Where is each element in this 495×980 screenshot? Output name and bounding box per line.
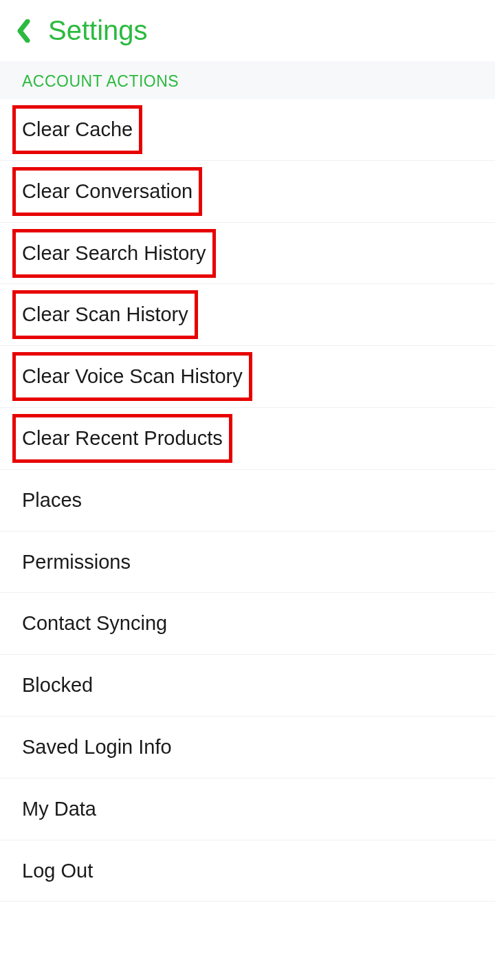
back-button[interactable]: [16, 19, 32, 43]
list-item-clear-scan-history[interactable]: Clear Scan History: [0, 284, 495, 346]
page-title: Settings: [48, 15, 148, 46]
list-item-label: Clear Recent Products: [22, 426, 223, 450]
list-item-saved-login-info[interactable]: Saved Login Info: [0, 717, 495, 778]
list-item-label: Contact Syncing: [22, 611, 167, 635]
list-item-label: Blocked: [22, 673, 93, 697]
list-item-permissions[interactable]: Permissions: [0, 532, 495, 594]
list-item-my-data[interactable]: My Data: [0, 778, 495, 840]
list-item-clear-cache[interactable]: Clear Cache: [0, 99, 495, 161]
list-item-label: Clear Voice Scan History: [22, 364, 243, 389]
list-item-label: Clear Scan History: [22, 303, 188, 327]
list-item-clear-recent-products[interactable]: Clear Recent Products: [0, 408, 495, 470]
list-item-label: My Data: [22, 797, 96, 821]
list-item-label: Permissions: [22, 550, 131, 574]
list-item-clear-voice-scan-history[interactable]: Clear Voice Scan History: [0, 346, 495, 408]
list-item-label: Clear Search History: [22, 241, 206, 265]
list-item-clear-search-history[interactable]: Clear Search History: [0, 223, 495, 285]
section-header-account-actions: ACCOUNT ACTIONS: [0, 61, 495, 99]
list-item-clear-conversation[interactable]: Clear Conversation: [0, 161, 495, 223]
list-item-label: Clear Cache: [22, 118, 133, 142]
list-item-blocked[interactable]: Blocked: [0, 655, 495, 717]
list-item-label: Clear Conversation: [22, 179, 192, 204]
list-item-log-out[interactable]: Log Out: [0, 840, 495, 902]
list-item-contact-syncing[interactable]: Contact Syncing: [0, 593, 495, 655]
settings-list: Clear Cache Clear Conversation Clear Sea…: [0, 99, 495, 902]
list-item-label: Places: [22, 488, 82, 512]
header: Settings: [0, 0, 495, 61]
list-item-label: Log Out: [22, 859, 93, 883]
list-item-label: Saved Login Info: [22, 735, 172, 759]
chevron-left-icon: [16, 19, 32, 43]
list-item-places[interactable]: Places: [0, 470, 495, 532]
